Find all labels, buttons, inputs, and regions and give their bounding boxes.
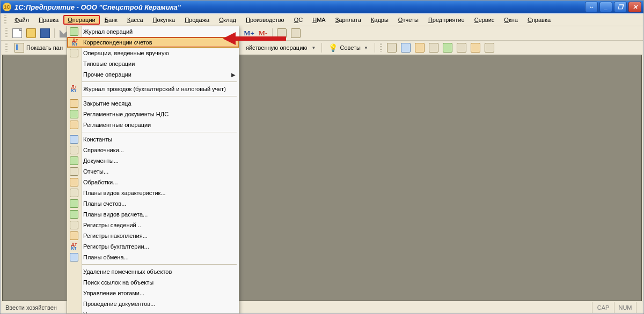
menu-банк[interactable]: Банк xyxy=(100,15,122,25)
menu-item-label: Управление итогами... xyxy=(83,290,144,296)
dropdown-item[interactable]: ДтКтРегистры бухгалтерии... xyxy=(67,241,239,252)
dropdown-item[interactable]: Отчеты... xyxy=(67,166,239,177)
dropdown-item[interactable]: Регистры сведений .. xyxy=(67,220,239,230)
dropdown-item[interactable]: ДтКтКорреспонденции счетов xyxy=(67,37,239,48)
generic-icon xyxy=(457,43,466,53)
generic-icon xyxy=(471,43,480,53)
quick-icon-7[interactable] xyxy=(469,41,482,54)
dropdown-item[interactable]: Закрытие месяца xyxy=(67,98,239,109)
save-icon xyxy=(40,28,50,38)
menu-ос[interactable]: ОС xyxy=(289,15,308,25)
show-panel-label: Показать пан xyxy=(26,44,63,51)
menu-справка[interactable]: Справка xyxy=(523,15,555,25)
menu-item-label: Планы видов характеристик... xyxy=(83,190,166,196)
minimize-button[interactable]: _ xyxy=(599,2,612,12)
mem-plus-button[interactable]: М+ xyxy=(243,27,255,40)
quick-icon-1[interactable] xyxy=(385,41,398,54)
menu-item-label: Поиск ссылок на объекты xyxy=(83,279,153,286)
menu-item-icon xyxy=(70,99,78,108)
separator xyxy=(272,28,273,38)
toolbar-grip[interactable] xyxy=(5,28,8,38)
menu-предприятие[interactable]: Предприятие xyxy=(423,15,470,25)
chevron-down-icon: ▼ xyxy=(364,46,368,50)
dropdown-item[interactable]: Проведение документов... xyxy=(67,298,239,309)
dropdown-item[interactable]: Регламентные операции xyxy=(67,119,239,130)
menu-окна[interactable]: Окна xyxy=(499,15,523,25)
tool-extra-1[interactable] xyxy=(275,27,288,40)
mem-minus-button[interactable]: М- xyxy=(257,27,269,40)
menu-продажа[interactable]: Продажа xyxy=(180,15,214,25)
menu-item-icon xyxy=(70,70,78,79)
save-button[interactable] xyxy=(39,27,52,40)
menu-сервис[interactable]: Сервис xyxy=(470,15,500,25)
menu-производство[interactable]: Производство xyxy=(241,15,289,25)
window-title: 1С:Предприятие - ООО "Спецстрой Керамика… xyxy=(14,3,585,11)
menu-item-icon: ДтКт xyxy=(71,38,79,47)
tool-extra-2[interactable] xyxy=(289,27,302,40)
menu-файл[interactable]: Файл xyxy=(10,15,34,25)
dropdown-item[interactable]: Управление полнотекстовым поиском xyxy=(67,309,239,314)
toolbar-grip[interactable] xyxy=(380,43,382,53)
menu-item-label: Закрытие месяца xyxy=(83,100,131,107)
dropdown-item[interactable]: Поиск ссылок на объекты xyxy=(67,277,239,288)
menu-склад[interactable]: Склад xyxy=(214,15,241,25)
dropdown-item[interactable]: Планы обмена... xyxy=(67,252,239,263)
quick-icon-2[interactable] xyxy=(399,41,412,54)
quick-icon-4[interactable] xyxy=(427,41,440,54)
dropdown-item[interactable]: Регистры накопления... xyxy=(67,230,239,241)
toolbar-grip[interactable] xyxy=(5,43,8,53)
chevron-down-icon[interactable]: ▼ xyxy=(312,46,316,50)
dropdown-item[interactable]: Справочники... xyxy=(67,145,239,155)
menu-отчеты[interactable]: Отчеты xyxy=(393,15,423,25)
menu-item-label: Регламентные документы НДС xyxy=(83,111,169,117)
dropdown-item[interactable]: Операции, введенные вручную xyxy=(67,48,239,58)
show-panel-button[interactable]: Показать пан xyxy=(11,41,67,55)
dropdown-item[interactable]: ДтКтЖурнал проводок (бухгалтерский и нал… xyxy=(67,84,239,94)
quick-icon-5[interactable] xyxy=(441,41,454,54)
dropdown-separator xyxy=(82,96,237,96)
menu-зарплата[interactable]: Зарплата xyxy=(331,15,366,25)
open-folder-icon xyxy=(26,28,36,38)
close-button[interactable]: ✕ xyxy=(628,2,641,12)
toolbar-grip[interactable] xyxy=(4,16,6,24)
menu-item-icon xyxy=(70,156,78,165)
dropdown-item[interactable]: Журнал операций xyxy=(67,26,239,37)
dropdown-item[interactable]: Регламентные документы НДС xyxy=(67,109,239,119)
status-num: NUM xyxy=(614,302,636,313)
dropdown-item[interactable]: Константы xyxy=(67,134,239,145)
dropdown-item[interactable]: Планы счетов... xyxy=(67,198,239,209)
quick-icon-8[interactable] xyxy=(483,41,496,54)
dropdown-item[interactable]: Документы... xyxy=(67,155,239,166)
menu-item-icon xyxy=(70,27,78,36)
menu-правка[interactable]: Правка xyxy=(34,15,63,25)
new-file-button[interactable] xyxy=(11,27,24,40)
dropdown-item[interactable]: Планы видов характеристик... xyxy=(67,188,239,198)
menu-покупка[interactable]: Покупка xyxy=(148,15,180,25)
m-minus-icon: М- xyxy=(259,29,268,38)
maximize-button[interactable]: ❐ xyxy=(614,2,627,12)
menu-item-icon xyxy=(70,178,78,186)
generic-icon xyxy=(485,43,494,53)
menu-item-icon xyxy=(70,210,78,219)
menu-операции[interactable]: Операции xyxy=(63,15,99,25)
open-file-button[interactable] xyxy=(25,27,38,40)
dropdown-item[interactable]: Обработки... xyxy=(67,177,239,188)
menu-item-label: Планы обмена... xyxy=(83,254,129,260)
menu-кадры[interactable]: Кадры xyxy=(366,15,393,25)
dropdown-item[interactable]: Прочие операции▶ xyxy=(67,69,239,80)
dropdown-item[interactable]: Типовые операции xyxy=(67,58,239,69)
menu-касса[interactable]: Касса xyxy=(122,15,148,25)
dropdown-item[interactable]: Планы видов расчета... xyxy=(67,209,239,220)
dropdown-item[interactable]: Удаление помеченных объектов xyxy=(67,266,239,277)
dropdown-item[interactable]: Управление итогами... xyxy=(67,288,239,298)
sync-button[interactable]: ↔ xyxy=(585,2,598,12)
menu-нма[interactable]: НМА xyxy=(308,15,330,25)
menu-item-label: Управление полнотекстовым поиском xyxy=(83,311,187,314)
quick-icon-3[interactable] xyxy=(413,41,426,54)
menu-item-icon xyxy=(70,300,78,308)
hoz-op-tail-label: яйственную операцию xyxy=(246,44,308,51)
quick-icon-6[interactable] xyxy=(455,41,468,54)
menu-item-icon xyxy=(70,121,78,129)
menu-item-label: Журнал операций xyxy=(83,28,133,35)
advices-button[interactable]: 💡 Советы ▼ xyxy=(325,41,371,55)
